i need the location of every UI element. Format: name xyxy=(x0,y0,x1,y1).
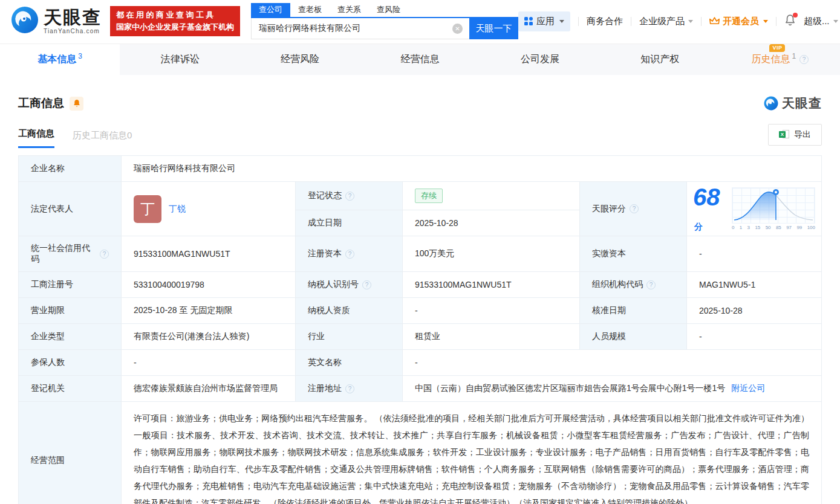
field-label-company-name: 企业名称 xyxy=(19,156,122,182)
logo-domain: TianYanCha.com xyxy=(44,28,102,34)
field-value-tyc-score[interactable]: 68分 xyxy=(687,182,822,236)
field-label-industry: 行业 xyxy=(296,324,403,350)
field-value-business-scope: 许可项目：旅游业务；供电业务；网络预约出租汽车经营服务。 （依法须经批准的项目，… xyxy=(122,402,822,504)
tab-company-development[interactable]: 公司发展 xyxy=(480,44,600,75)
search-button[interactable]: 天眼一下 xyxy=(469,18,518,39)
field-value-registration-number: 533100400019798 xyxy=(122,272,296,298)
nav-enterprise-products[interactable]: 企业级产品 xyxy=(639,16,693,27)
tab-operation-risk-label: 经营风险 xyxy=(281,53,319,66)
divider xyxy=(701,17,702,26)
field-value-english-name: - xyxy=(403,350,822,376)
field-label-business-scope: 经营范围 xyxy=(19,402,122,504)
help-icon[interactable]: ? xyxy=(362,280,371,289)
field-value-legal-representative: 丁 丁锐 xyxy=(122,182,296,236)
field-label-registered-capital: 注册资本? xyxy=(296,236,403,272)
field-value-organization-code: MAG1NWU5-1 xyxy=(687,272,822,298)
search-tab-relation[interactable]: 查关系 xyxy=(330,3,369,17)
tab-basic-info[interactable]: 基本信息 3 xyxy=(0,44,120,75)
apps-menu[interactable]: 应用 xyxy=(518,11,570,31)
legal-rep-name-link[interactable]: 丁锐 xyxy=(169,204,186,215)
legal-rep-avatar[interactable]: 丁 xyxy=(134,195,161,223)
nav-enterprise-label: 企业级产品 xyxy=(639,16,685,27)
score-number: 68 xyxy=(693,184,720,210)
field-value-staff-size: - xyxy=(687,324,822,350)
chevron-down-icon xyxy=(833,20,838,23)
company-tab-strip: 基本信息 3 法律诉讼 经营风险 经营信息 公司发展 知识产权 历史信息 VIP… xyxy=(0,44,840,75)
promo-banner: 都在用的商业查询工具 国家中小企业发展子基金旗下机构 xyxy=(110,6,240,36)
field-value-taxpayer-quality: - xyxy=(403,298,580,324)
export-button-label: 导出 xyxy=(794,129,811,140)
field-value-establish-date: 2025-10-28 xyxy=(403,210,580,236)
vip-badge: VIP xyxy=(769,44,785,52)
field-label-establish-date: 成立日期 xyxy=(296,210,403,236)
tab-basic-info-count: 3 xyxy=(78,52,82,60)
promo-banner-line1: 都在用的商业查询工具 xyxy=(116,9,234,21)
help-icon[interactable]: ? xyxy=(630,204,639,213)
field-label-credit-code: 统一社会信用代码? xyxy=(19,236,122,272)
tianyancha-watermark: 天眼查 xyxy=(764,95,822,112)
export-button[interactable]: X 导出 xyxy=(768,124,822,146)
chevron-down-icon xyxy=(559,20,564,23)
field-value-company-type: 有限责任公司(港澳台法人独资) xyxy=(122,324,296,350)
status-badge: 存续 xyxy=(415,189,443,203)
apps-label: 应用 xyxy=(536,16,555,27)
subtab-history-business-info[interactable]: 历史工商信息0 xyxy=(73,130,132,148)
tab-legal-litigation-label: 法律诉讼 xyxy=(161,53,200,66)
tianyancha-logo[interactable]: 天眼查 TianYanCha.com xyxy=(11,6,102,36)
nav-super-vip-label: 超级... xyxy=(804,16,830,27)
subscribe-bell-icon[interactable] xyxy=(70,97,83,111)
tab-history-info[interactable]: 历史信息 VIP 1 ? xyxy=(720,44,840,75)
tab-basic-info-label: 基本信息 xyxy=(37,53,76,66)
help-icon[interactable]: ? xyxy=(799,55,809,64)
field-label-registered-address: 注册地址? xyxy=(296,376,403,402)
tab-operation-risk[interactable]: 经营风险 xyxy=(240,44,360,75)
help-icon[interactable]: ? xyxy=(345,192,354,201)
field-label-english-name: 英文名称 xyxy=(296,350,403,376)
help-icon[interactable]: ? xyxy=(345,384,354,393)
logo-title: 天眼查 xyxy=(44,8,102,27)
score-distribution-chart: 0131550859799100 xyxy=(732,187,815,230)
nav-super-vip[interactable]: 超级... xyxy=(804,16,838,27)
nearby-companies-link[interactable]: 附近公司 xyxy=(731,383,765,394)
field-value-taxpayer-id: 91533100MAG1NWU51T xyxy=(403,272,580,298)
top-header: 天眼查 TianYanCha.com 都在用的商业查询工具 国家中小企业发展子基… xyxy=(0,0,840,39)
score-unit: 分 xyxy=(694,222,703,231)
field-label-legal-representative: 法定代表人 xyxy=(19,182,122,236)
tab-company-development-label: 公司发展 xyxy=(521,53,559,66)
field-value-registration-status: 存续 xyxy=(403,182,580,210)
nav-cooperation-label: 商务合作 xyxy=(587,16,623,27)
field-label-registration-number: 工商注册号 xyxy=(19,272,122,298)
search-input[interactable] xyxy=(251,18,469,39)
divider xyxy=(578,17,579,26)
business-info-table: 企业名称 瑞丽哈行网络科技有限公司 法定代表人 丁 丁锐 登记状态? 存续 天眼… xyxy=(18,155,822,504)
field-label-company-type: 企业类型 xyxy=(19,324,122,350)
search-tab-risk[interactable]: 查风险 xyxy=(369,3,408,17)
notification-dot xyxy=(793,13,798,18)
field-value-company-name: 瑞丽哈行网络科技有限公司 xyxy=(122,156,822,182)
tab-intellectual-property[interactable]: 知识产权 xyxy=(600,44,720,75)
search-tab-boss[interactable]: 查老板 xyxy=(290,3,330,17)
clear-search-icon[interactable]: ✕ xyxy=(452,24,463,34)
tab-operation-info[interactable]: 经营信息 xyxy=(360,44,480,75)
field-value-registration-authority: 德宏傣族景颇族自治州市场监督管理局 xyxy=(122,376,296,402)
section-title: 工商信息 xyxy=(18,95,64,111)
field-label-organization-code: 组织机构代码? xyxy=(580,272,687,298)
notifications-bell-icon[interactable] xyxy=(784,15,796,28)
promo-banner-line2: 国家中小企业发展子基金旗下机构 xyxy=(116,21,234,33)
tab-legal-litigation[interactable]: 法律诉讼 xyxy=(120,44,239,75)
tab-intellectual-property-label: 知识产权 xyxy=(640,53,679,66)
chevron-down-icon xyxy=(763,20,768,23)
tianyancha-watermark-icon xyxy=(764,96,778,111)
help-icon[interactable]: ? xyxy=(646,280,656,289)
header-nav: 应用 商务合作 企业级产品 开通会员 超级.. xyxy=(518,11,838,31)
field-label-tyc-score: 天眼评分? xyxy=(580,182,687,236)
search-block: 查公司 查老板 查关系 查风险 ✕ 天眼一下 xyxy=(251,3,518,39)
open-vip-button[interactable]: 开通会员 xyxy=(709,16,768,27)
help-icon[interactable]: ? xyxy=(345,250,354,259)
nav-cooperation[interactable]: 商务合作 xyxy=(587,16,623,27)
help-icon[interactable]: ? xyxy=(100,250,109,259)
field-label-registration-status: 登记状态? xyxy=(296,182,403,210)
field-label-business-term: 营业期限 xyxy=(19,298,122,324)
search-tab-company[interactable]: 查公司 xyxy=(251,3,290,17)
subtab-business-info[interactable]: 工商信息 xyxy=(18,128,54,148)
